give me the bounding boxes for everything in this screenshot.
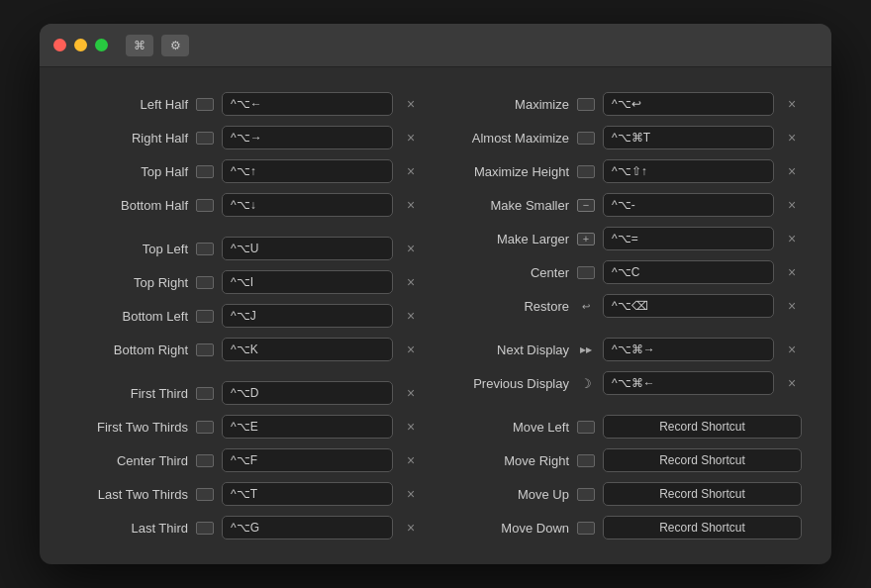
shortcut-row: Last Third^⌥G× — [69, 511, 421, 544]
shortcut-field[interactable]: ^⌥D — [222, 381, 393, 405]
clear-shortcut-button[interactable]: × — [401, 161, 421, 181]
shortcut-row: Bottom Right^⌥K× — [69, 333, 421, 366]
clear-shortcut-button[interactable]: × — [401, 450, 421, 470]
keyboard-icon: ⌘ — [134, 39, 145, 52]
clear-shortcut-button[interactable]: × — [782, 373, 802, 393]
shortcut-row: Previous Display☽^⌥⌘←× — [450, 366, 802, 400]
window-icon — [196, 522, 214, 535]
shortcut-field[interactable]: ^⌥⇧↑ — [603, 159, 774, 183]
clear-shortcut-button[interactable]: × — [782, 195, 802, 215]
shortcut-field[interactable]: ^⌥= — [603, 227, 774, 250]
shortcut-label: Move Left — [450, 420, 569, 435]
window-icon: + — [577, 233, 595, 245]
shortcut-field[interactable]: ^⌥⌘T — [603, 126, 774, 149]
shortcut-field[interactable]: ^⌥→ — [222, 126, 393, 149]
window-icon — [577, 132, 595, 145]
shortcut-field[interactable]: ^⌥← — [222, 92, 393, 116]
window-icon — [196, 454, 214, 467]
shortcut-field[interactable]: ^⌥⌘← — [603, 371, 774, 395]
shortcut-field[interactable]: ^⌥F — [222, 448, 393, 472]
shortcut-row: Top Left^⌥U× — [69, 232, 421, 265]
shortcut-field[interactable]: ^⌥I — [222, 270, 393, 294]
maximize-button[interactable] — [95, 39, 108, 51]
shortcut-field[interactable]: ^⌥↓ — [222, 193, 393, 217]
shortcut-field[interactable]: ^⌥- — [603, 193, 774, 217]
shortcut-row: Center^⌥C× — [450, 255, 802, 289]
shortcut-label: Center — [450, 265, 569, 280]
shortcut-row: Almost Maximize^⌥⌘T× — [450, 121, 802, 154]
group-spacer — [69, 222, 421, 232]
minimize-button[interactable] — [74, 39, 87, 51]
clear-shortcut-button[interactable]: × — [401, 239, 421, 258]
window-icon — [196, 387, 214, 400]
shortcut-row: First Third^⌥D× — [69, 376, 421, 410]
shortcut-label: Bottom Left — [69, 309, 188, 324]
clear-shortcut-button[interactable]: × — [782, 161, 802, 181]
shortcut-field[interactable]: ^⌥J — [222, 304, 393, 328]
clear-shortcut-button[interactable]: × — [782, 229, 802, 248]
record-shortcut-button[interactable]: Record Shortcut — [603, 415, 802, 439]
clear-shortcut-button[interactable]: × — [401, 306, 421, 326]
shortcut-field[interactable]: ^⌥↑ — [222, 159, 393, 183]
record-shortcut-button[interactable]: Record Shortcut — [603, 482, 802, 506]
shortcut-label: Last Third — [69, 521, 188, 536]
window-icon — [577, 522, 595, 535]
shortcut-label: Bottom Half — [69, 198, 188, 213]
shortcut-label: Make Larger — [450, 232, 569, 246]
window-icon — [196, 132, 214, 145]
window-icon — [196, 488, 214, 501]
clear-shortcut-button[interactable]: × — [782, 94, 802, 114]
shortcut-field[interactable]: ^⌥K — [222, 338, 393, 361]
window-icon — [196, 243, 214, 255]
shortcut-row: Restore↩^⌥⌫× — [450, 289, 802, 323]
shortcut-row: Move UpRecord Shortcut — [450, 477, 802, 511]
clear-shortcut-button[interactable]: × — [401, 417, 421, 437]
shortcut-label: Maximize — [450, 97, 569, 112]
window-icon: ▶▶ — [577, 343, 595, 356]
shortcut-field[interactable]: ^⌥T — [222, 482, 393, 506]
shortcut-label: Top Half — [69, 164, 188, 179]
shortcut-field[interactable]: ^⌥⌘→ — [603, 338, 774, 361]
gear-icon-button[interactable]: ⚙ — [161, 35, 189, 56]
group-spacer — [69, 366, 421, 376]
clear-shortcut-button[interactable]: × — [782, 296, 802, 316]
window-icon — [196, 199, 214, 212]
keyboard-icon-button[interactable]: ⌘ — [126, 35, 153, 56]
window-icon — [196, 276, 214, 289]
clear-shortcut-button[interactable]: × — [401, 128, 421, 147]
window-icon — [577, 454, 595, 467]
group-spacer — [450, 400, 802, 410]
close-button[interactable] — [53, 39, 66, 51]
shortcut-row: Left Half^⌥←× — [69, 87, 421, 121]
shortcut-label: Move Down — [450, 521, 569, 536]
shortcut-row: Right Half^⌥→× — [69, 121, 421, 154]
group-spacer — [450, 323, 802, 333]
clear-shortcut-button[interactable]: × — [782, 128, 802, 147]
shortcut-label: Almost Maximize — [450, 131, 569, 146]
left-column: Left Half^⌥←×Right Half^⌥→×Top Half^⌥↑×B… — [69, 87, 421, 544]
shortcut-field[interactable]: ^⌥↩ — [603, 92, 774, 116]
clear-shortcut-button[interactable]: × — [401, 340, 421, 359]
shortcut-label: Restore — [450, 299, 569, 314]
shortcut-label: Move Right — [450, 453, 569, 468]
record-shortcut-button[interactable]: Record Shortcut — [603, 516, 802, 539]
clear-shortcut-button[interactable]: × — [401, 383, 421, 403]
shortcut-field[interactable]: ^⌥C — [603, 260, 774, 284]
window-icon: ☽ — [577, 377, 595, 390]
window-icon — [577, 266, 595, 279]
clear-shortcut-button[interactable]: × — [782, 340, 802, 359]
shortcut-label: Previous Display — [450, 376, 569, 391]
clear-shortcut-button[interactable]: × — [401, 94, 421, 114]
clear-shortcut-button[interactable]: × — [401, 484, 421, 504]
shortcut-field[interactable]: ^⌥E — [222, 415, 393, 439]
clear-shortcut-button[interactable]: × — [401, 195, 421, 215]
clear-shortcut-button[interactable]: × — [782, 262, 802, 282]
shortcut-field[interactable]: ^⌥G — [222, 516, 393, 539]
shortcut-field[interactable]: ^⌥⌫ — [603, 294, 774, 318]
record-shortcut-button[interactable]: Record Shortcut — [603, 448, 802, 472]
window-icon: ↩ — [577, 300, 595, 313]
clear-shortcut-button[interactable]: × — [401, 518, 421, 538]
shortcut-field[interactable]: ^⌥U — [222, 237, 393, 260]
shortcut-row: Maximize Height^⌥⇧↑× — [450, 154, 802, 188]
clear-shortcut-button[interactable]: × — [401, 272, 421, 292]
